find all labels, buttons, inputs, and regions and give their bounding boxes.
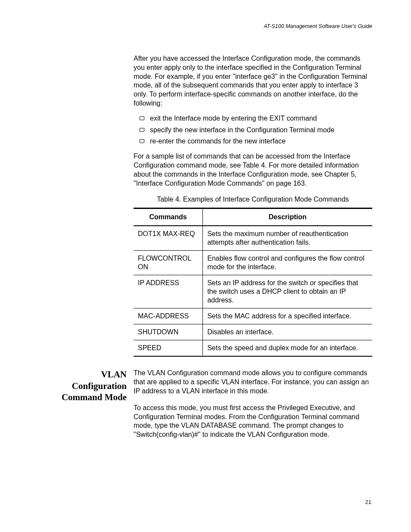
table-row: DOT1X MAX-REQ Sets the maximum number of… [134,226,372,251]
table-row: FLOWCONTROL ON Enables flow control and … [134,251,372,275]
cell-command: IP ADDRESS [134,275,203,308]
list-item: specify the new interface in the Configu… [140,126,372,135]
section-heading-vlan: VLAN Configuration Command Mode [47,369,127,447]
cell-command: MAC-ADDRESS [134,308,203,324]
table-header-commands: Commands [134,208,203,226]
page-number: 21 [365,499,371,505]
cell-description: Sets the speed and duplex mode for an in… [203,340,372,357]
sample-paragraph: For a sample list of commands that can b… [134,152,372,188]
cell-description: Enables flow control and configures the … [203,251,372,275]
cell-command: SHUTDOWN [134,324,203,340]
table-caption: Table 4. Examples of Interface Configura… [134,196,372,203]
table-row: SPEED Sets the speed and duplex mode for… [134,340,372,357]
list-item: exit the Interface mode by entering the … [140,114,372,123]
running-header: AT-S100 Management Software User's Guide [47,23,372,29]
vlan-paragraph-1: The VLAN Configuration command mode allo… [134,369,372,395]
list-item: re-enter the commands for the new interf… [140,137,372,146]
cell-command: FLOWCONTROL ON [134,251,203,275]
intro-paragraph: After you have accessed the Interface Co… [134,54,372,108]
cell-command: SPEED [134,340,203,357]
commands-table: Commands Description DOT1X MAX-REQ Sets … [134,208,372,357]
cell-description: Sets an IP address for the switch or spe… [203,275,372,308]
cell-description: Sets the maximum number of reauthenticat… [203,226,372,251]
cell-command: DOT1X MAX-REQ [134,226,203,251]
cell-description: Disables an interface. [203,324,372,340]
cell-description: Sets the MAC address for a specified int… [203,308,372,324]
table-row: MAC-ADDRESS Sets the MAC address for a s… [134,308,372,324]
vlan-paragraph-2: To access this mode, you must first acce… [134,404,372,439]
table-header-description: Description [203,208,372,226]
bullet-list: exit the Interface mode by entering the … [140,114,372,146]
table-row: SHUTDOWN Disables an interface. [134,324,372,340]
table-row: IP ADDRESS Sets an IP address for the sw… [134,275,372,308]
